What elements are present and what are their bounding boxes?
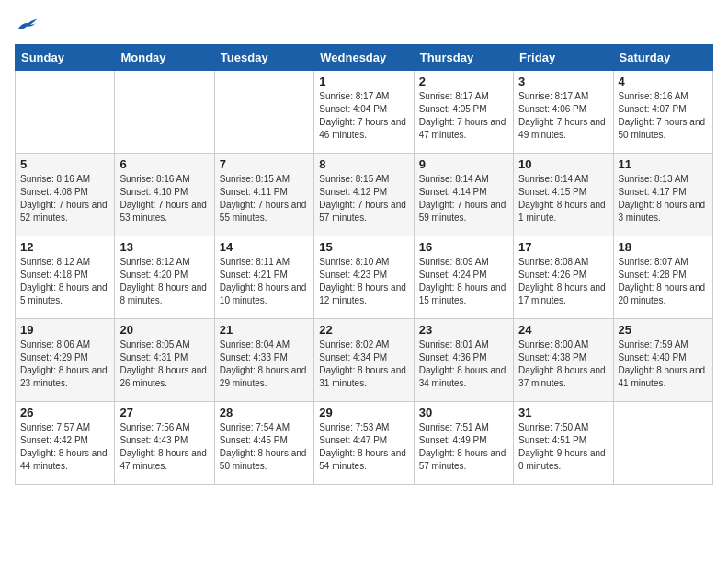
day-info: Sunrise: 7:53 AMSunset: 4:47 PMDaylight:… — [319, 421, 408, 473]
calendar-cell: 21Sunrise: 8:04 AMSunset: 4:33 PMDayligh… — [214, 319, 313, 402]
calendar-header-row: SundayMondayTuesdayWednesdayThursdayFrid… — [16, 45, 713, 71]
day-number: 27 — [119, 406, 209, 419]
day-number: 7 — [220, 157, 309, 171]
day-number: 15 — [319, 240, 408, 254]
day-info: Sunrise: 7:54 AMSunset: 4:45 PMDaylight:… — [220, 421, 309, 473]
day-info: Sunrise: 7:59 AMSunset: 4:40 PMDaylight:… — [619, 339, 708, 390]
calendar-cell: 2Sunrise: 8:17 AMSunset: 4:05 PMDaylight… — [414, 71, 513, 154]
calendar-cell: 12Sunrise: 8:12 AMSunset: 4:18 PMDayligh… — [16, 236, 115, 319]
logo-bird-icon — [17, 15, 39, 33]
weekday-header-saturday: Saturday — [613, 45, 712, 71]
day-number: 20 — [119, 323, 209, 337]
day-info: Sunrise: 8:11 AMSunset: 4:21 PMDaylight:… — [220, 256, 309, 307]
day-info: Sunrise: 8:14 AMSunset: 4:15 PMDaylight:… — [518, 173, 608, 224]
calendar-cell: 1Sunrise: 8:17 AMSunset: 4:04 PMDaylight… — [314, 71, 414, 154]
weekday-header-thursday: Thursday — [414, 45, 513, 71]
calendar-table: SundayMondayTuesdayWednesdayThursdayFrid… — [15, 44, 713, 485]
day-info: Sunrise: 8:01 AMSunset: 4:36 PMDaylight:… — [419, 339, 508, 390]
day-info: Sunrise: 8:15 AMSunset: 4:11 PMDaylight:… — [220, 173, 309, 224]
calendar-cell: 27Sunrise: 7:56 AMSunset: 4:43 PMDayligh… — [115, 402, 214, 485]
day-number: 21 — [220, 323, 309, 337]
calendar-cell: 20Sunrise: 8:05 AMSunset: 4:31 PMDayligh… — [115, 319, 214, 402]
day-info: Sunrise: 8:09 AMSunset: 4:24 PMDaylight:… — [419, 256, 508, 307]
calendar-cell: 4Sunrise: 8:16 AMSunset: 4:07 PMDaylight… — [613, 71, 712, 154]
day-number: 24 — [518, 323, 608, 337]
calendar-cell: 14Sunrise: 8:11 AMSunset: 4:21 PMDayligh… — [214, 236, 313, 319]
day-info: Sunrise: 8:17 AMSunset: 4:05 PMDaylight:… — [419, 90, 508, 142]
day-info: Sunrise: 8:15 AMSunset: 4:12 PMDaylight:… — [319, 173, 408, 224]
day-info: Sunrise: 8:12 AMSunset: 4:18 PMDaylight:… — [20, 256, 109, 307]
day-info: Sunrise: 8:17 AMSunset: 4:06 PMDaylight:… — [518, 90, 608, 142]
day-number: 8 — [319, 157, 408, 171]
day-info: Sunrise: 8:02 AMSunset: 4:34 PMDaylight:… — [319, 339, 408, 390]
calendar-cell: 31Sunrise: 7:50 AMSunset: 4:51 PMDayligh… — [514, 402, 613, 485]
day-number: 29 — [319, 406, 408, 419]
week-row-4: 19Sunrise: 8:06 AMSunset: 4:29 PMDayligh… — [16, 319, 713, 402]
calendar-cell: 29Sunrise: 7:53 AMSunset: 4:47 PMDayligh… — [314, 402, 414, 485]
day-info: Sunrise: 7:51 AMSunset: 4:49 PMDaylight:… — [419, 421, 508, 473]
day-number: 30 — [419, 406, 508, 419]
week-row-5: 26Sunrise: 7:57 AMSunset: 4:42 PMDayligh… — [16, 402, 713, 485]
day-number: 11 — [619, 157, 708, 171]
day-info: Sunrise: 8:06 AMSunset: 4:29 PMDaylight:… — [20, 339, 109, 390]
day-info: Sunrise: 8:16 AMSunset: 4:08 PMDaylight:… — [20, 173, 109, 224]
calendar-cell: 11Sunrise: 8:13 AMSunset: 4:17 PMDayligh… — [613, 154, 712, 236]
weekday-header-sunday: Sunday — [16, 45, 115, 71]
day-number: 14 — [220, 240, 309, 254]
week-row-2: 5Sunrise: 8:16 AMSunset: 4:08 PMDaylight… — [16, 154, 713, 236]
day-number: 3 — [518, 75, 608, 88]
day-info: Sunrise: 8:08 AMSunset: 4:26 PMDaylight:… — [518, 256, 608, 307]
day-info: Sunrise: 8:10 AMSunset: 4:23 PMDaylight:… — [319, 256, 408, 307]
day-number: 26 — [20, 406, 109, 419]
calendar-cell: 24Sunrise: 8:00 AMSunset: 4:38 PMDayligh… — [514, 319, 613, 402]
calendar-cell: 30Sunrise: 7:51 AMSunset: 4:49 PMDayligh… — [414, 402, 513, 485]
page-header — [15, 15, 713, 37]
calendar-cell — [115, 71, 214, 154]
day-number: 1 — [319, 75, 408, 88]
day-info: Sunrise: 8:17 AMSunset: 4:04 PMDaylight:… — [319, 90, 408, 142]
day-number: 31 — [518, 406, 608, 419]
day-info: Sunrise: 7:56 AMSunset: 4:43 PMDaylight:… — [119, 421, 209, 473]
calendar-cell: 25Sunrise: 7:59 AMSunset: 4:40 PMDayligh… — [613, 319, 712, 402]
calendar-cell: 3Sunrise: 8:17 AMSunset: 4:06 PMDaylight… — [514, 71, 613, 154]
calendar-cell: 7Sunrise: 8:15 AMSunset: 4:11 PMDaylight… — [214, 154, 313, 236]
calendar-cell: 16Sunrise: 8:09 AMSunset: 4:24 PMDayligh… — [414, 236, 513, 319]
calendar-cell — [16, 71, 115, 154]
day-number: 10 — [518, 157, 608, 171]
weekday-header-friday: Friday — [514, 45, 613, 71]
day-info: Sunrise: 8:14 AMSunset: 4:14 PMDaylight:… — [419, 173, 508, 224]
calendar-cell: 10Sunrise: 8:14 AMSunset: 4:15 PMDayligh… — [514, 154, 613, 236]
day-number: 2 — [419, 75, 508, 88]
calendar-cell — [613, 402, 712, 485]
day-info: Sunrise: 8:13 AMSunset: 4:17 PMDaylight:… — [619, 173, 708, 224]
day-number: 23 — [419, 323, 508, 337]
calendar-cell: 9Sunrise: 8:14 AMSunset: 4:14 PMDaylight… — [414, 154, 513, 236]
calendar-cell: 6Sunrise: 8:16 AMSunset: 4:10 PMDaylight… — [115, 154, 214, 236]
day-number: 18 — [619, 240, 708, 254]
weekday-header-wednesday: Wednesday — [314, 45, 414, 71]
week-row-3: 12Sunrise: 8:12 AMSunset: 4:18 PMDayligh… — [16, 236, 713, 319]
day-number: 12 — [20, 240, 109, 254]
calendar-cell: 18Sunrise: 8:07 AMSunset: 4:28 PMDayligh… — [613, 236, 712, 319]
day-info: Sunrise: 7:57 AMSunset: 4:42 PMDaylight:… — [20, 421, 109, 473]
day-number: 17 — [518, 240, 608, 254]
calendar-cell: 15Sunrise: 8:10 AMSunset: 4:23 PMDayligh… — [314, 236, 414, 319]
weekday-header-monday: Monday — [115, 45, 214, 71]
day-info: Sunrise: 8:12 AMSunset: 4:20 PMDaylight:… — [119, 256, 209, 307]
day-number: 4 — [619, 75, 708, 88]
day-info: Sunrise: 8:16 AMSunset: 4:07 PMDaylight:… — [619, 90, 708, 142]
day-number: 19 — [20, 323, 109, 337]
day-info: Sunrise: 8:07 AMSunset: 4:28 PMDaylight:… — [619, 256, 708, 307]
weekday-header-tuesday: Tuesday — [214, 45, 313, 71]
day-number: 5 — [20, 157, 109, 171]
calendar-cell: 5Sunrise: 8:16 AMSunset: 4:08 PMDaylight… — [16, 154, 115, 236]
day-number: 9 — [419, 157, 508, 171]
calendar-cell: 13Sunrise: 8:12 AMSunset: 4:20 PMDayligh… — [115, 236, 214, 319]
calendar-cell: 8Sunrise: 8:15 AMSunset: 4:12 PMDaylight… — [314, 154, 414, 236]
day-number: 13 — [119, 240, 209, 254]
day-info: Sunrise: 8:05 AMSunset: 4:31 PMDaylight:… — [119, 339, 209, 390]
calendar-cell: 19Sunrise: 8:06 AMSunset: 4:29 PMDayligh… — [16, 319, 115, 402]
day-number: 25 — [619, 323, 708, 337]
calendar-cell — [214, 71, 313, 154]
day-number: 22 — [319, 323, 408, 337]
